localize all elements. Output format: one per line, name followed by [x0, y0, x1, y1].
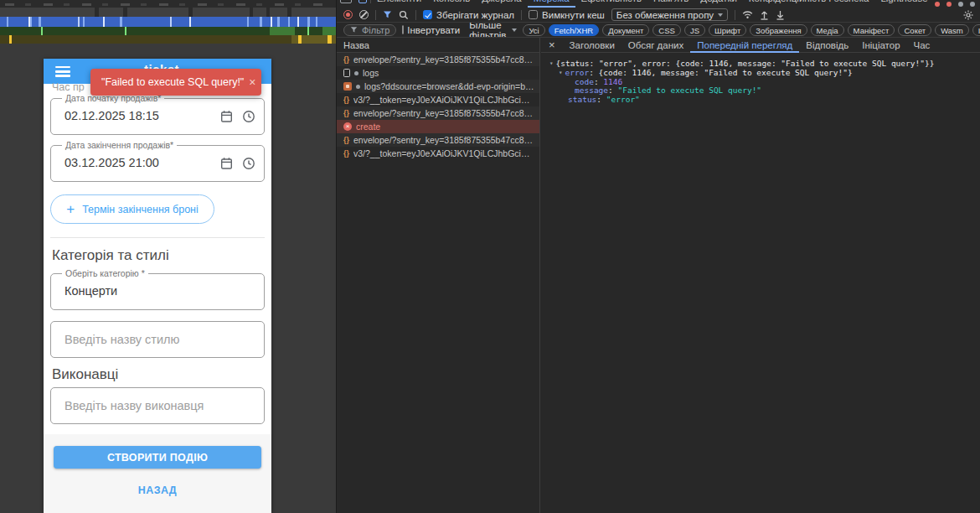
request-row-create-selected[interactable]: × create — [337, 120, 539, 133]
tab-timing[interactable]: Час — [907, 38, 937, 53]
gear-icon[interactable] — [963, 10, 973, 20]
pill-media[interactable]: Медіа — [811, 24, 844, 36]
disable-cache-checkbox[interactable] — [529, 10, 538, 19]
close-icon[interactable]: × — [541, 39, 563, 51]
pill-manifest[interactable]: Маніфест — [848, 24, 895, 36]
request-row[interactable]: {} envelope/?sentry_key=3185f875355b47cc… — [337, 53, 539, 66]
plus-icon: + — [66, 202, 75, 216]
app-footer: СТВОРИТИ ПОДІЮ НАЗАД — [44, 434, 271, 513]
tab-payload[interactable]: Обсяг даних — [622, 38, 690, 53]
name-column-header[interactable]: Назва — [337, 38, 539, 53]
start-date-value[interactable]: 02.12.2025 18:15 — [64, 109, 159, 122]
tab-headers[interactable]: Заголовки — [563, 38, 622, 53]
pill-doc[interactable]: Документ — [602, 24, 649, 36]
preserve-log-label[interactable]: Зберігати журнал — [436, 10, 514, 20]
pill-js[interactable]: JS — [684, 24, 705, 36]
tab-response[interactable]: Відповідь — [799, 38, 855, 53]
inspect-icon[interactable] — [340, 0, 352, 3]
pill-fetch-xhr[interactable]: Fetch/XHR — [549, 24, 599, 36]
tab-elements[interactable]: Елементи — [371, 0, 427, 8]
tab-performance[interactable]: Ефективність — [575, 0, 647, 8]
filter-input[interactable]: Фільтр — [343, 24, 396, 36]
end-date-value[interactable]: 03.12.2025 21:00 — [64, 156, 159, 169]
invert-label[interactable]: Інвертувати — [407, 25, 460, 35]
add-booking-term-button[interactable]: + Термін закінчення броні — [50, 194, 214, 224]
perf-network-track — [0, 27, 337, 35]
request-row[interactable]: {} v3/?__token=eyJ0eXAiOiJKV1QiLCJhbGciO… — [337, 147, 539, 160]
clock-icon[interactable] — [242, 110, 255, 123]
style-placeholder: Введіть назву стилю — [64, 333, 179, 346]
tab-memory[interactable]: Пам'ять — [647, 0, 694, 8]
perf-frames-track — [0, 8, 337, 17]
end-date-field[interactable]: Дата закінчення продажів* 03.12.2025 21:… — [50, 145, 265, 182]
tab-initiator[interactable]: Ініціатор — [855, 38, 906, 53]
calendar-icon[interactable] — [220, 110, 233, 123]
request-row[interactable]: {} envelope/?sentry_key=3185f875355b47cc… — [337, 133, 539, 147]
calendar-icon[interactable] — [220, 157, 233, 170]
more-filters-label[interactable]: Більше фільтрів — [469, 23, 506, 38]
mobile-app-card: ticket Час пр "Failed to execute SQL que… — [44, 59, 271, 513]
clock-icon[interactable] — [242, 157, 255, 170]
pill-all[interactable]: Усі — [523, 24, 544, 36]
end-date-label: Дата закінчення продажів* — [62, 140, 177, 150]
tab-lighthouse[interactable]: Lighthouse — [874, 0, 933, 8]
pill-wasm[interactable]: Wasm — [935, 24, 969, 36]
settings-gear-icon[interactable] — [958, 2, 963, 7]
disable-cache-label[interactable]: Вимкнути кеш — [542, 10, 605, 20]
filter-placeholder: Фільтр — [362, 25, 389, 35]
style-field[interactable]: Введіть назву стилю — [50, 321, 265, 358]
fetch-icon: {} — [343, 55, 349, 64]
tab-application[interactable]: Додатки — [694, 0, 743, 8]
start-date-field[interactable]: Дата початку продажів* 02.12.2025 18:15 — [50, 98, 265, 135]
network-filterbar: Фільтр Інвертувати Більше фільтрів Усі F… — [337, 23, 980, 38]
toast-message: "Failed to execute SQL query!" — [101, 76, 244, 88]
device-toolbar-icon[interactable] — [358, 0, 367, 3]
pill-img[interactable]: Зображення — [750, 24, 807, 36]
fetch-icon: {} — [343, 136, 349, 144]
pill-font[interactable]: Шрифт — [709, 24, 746, 36]
throttling-select[interactable]: Без обмеження пропу — [611, 8, 728, 21]
expand-icon[interactable]: ▾ — [549, 60, 554, 67]
toast-close-icon[interactable]: × — [244, 75, 255, 89]
request-row[interactable]: logs — [337, 66, 539, 80]
clipped-window-strip — [0, 0, 337, 8]
json-preview-tree: ▾{status: "error", error: {code: 1146, m… — [541, 53, 980, 111]
pill-socket[interactable]: Сокет — [898, 24, 931, 36]
search-icon[interactable] — [399, 10, 409, 20]
fetch-icon: {} — [343, 149, 349, 158]
import-har-icon[interactable] — [760, 10, 769, 20]
category-field[interactable]: Оберіть категорію * Концерти — [50, 273, 265, 310]
tab-console[interactable]: Консоль — [427, 0, 476, 8]
clipped-section-heading: Час пр — [52, 81, 90, 92]
preview-status-line: status: "error" — [546, 96, 975, 105]
clear-icon[interactable] — [359, 10, 369, 19]
category-section-heading: Категорія та стилі — [52, 247, 169, 264]
tab-sources[interactable]: Джерела — [476, 0, 527, 8]
divider — [50, 237, 265, 238]
error-icon: × — [343, 122, 352, 131]
request-row[interactable]: logs?ddsource=browser&dd-evp-origin=brow… — [337, 80, 539, 93]
pill-other[interactable]: Інше — [972, 24, 980, 36]
preserve-log-checkbox[interactable] — [423, 10, 432, 19]
menu-icon[interactable] — [55, 66, 70, 77]
tab-network[interactable]: Мережа — [528, 0, 575, 8]
back-link[interactable]: НАЗАД — [44, 484, 271, 496]
filter-funnel-icon[interactable] — [383, 10, 392, 19]
request-row[interactable]: {} v3/?__token=eyJ0eXAiOiJKV1QiLCJhbGciO… — [337, 93, 539, 106]
kebab-menu-icon[interactable] — [970, 2, 975, 7]
network-conditions-icon[interactable] — [742, 10, 753, 19]
category-label: Оберіть категорію * — [62, 268, 148, 278]
invert-checkbox[interactable] — [402, 25, 404, 34]
pill-css[interactable]: CSS — [652, 24, 681, 36]
category-value[interactable]: Концерти — [64, 284, 117, 298]
request-row[interactable]: {} envelope/?sentry_key=3185f875355b47cc… — [337, 106, 539, 120]
record-icon[interactable] — [343, 10, 353, 19]
performer-field[interactable]: Введіть назву виконавця — [50, 387, 265, 424]
tab-privacy-security[interactable]: Конфіденційність і безпека — [743, 0, 875, 8]
expand-icon[interactable]: ▾ — [559, 69, 563, 76]
desktop-left-region: ticket Час пр "Failed to execute SQL que… — [0, 0, 337, 513]
create-event-button[interactable]: СТВОРИТИ ПОДІЮ — [54, 446, 261, 469]
export-har-icon[interactable] — [776, 10, 785, 20]
chevron-down-icon — [512, 28, 517, 32]
tab-preview[interactable]: Попередній перегляд — [690, 38, 799, 53]
